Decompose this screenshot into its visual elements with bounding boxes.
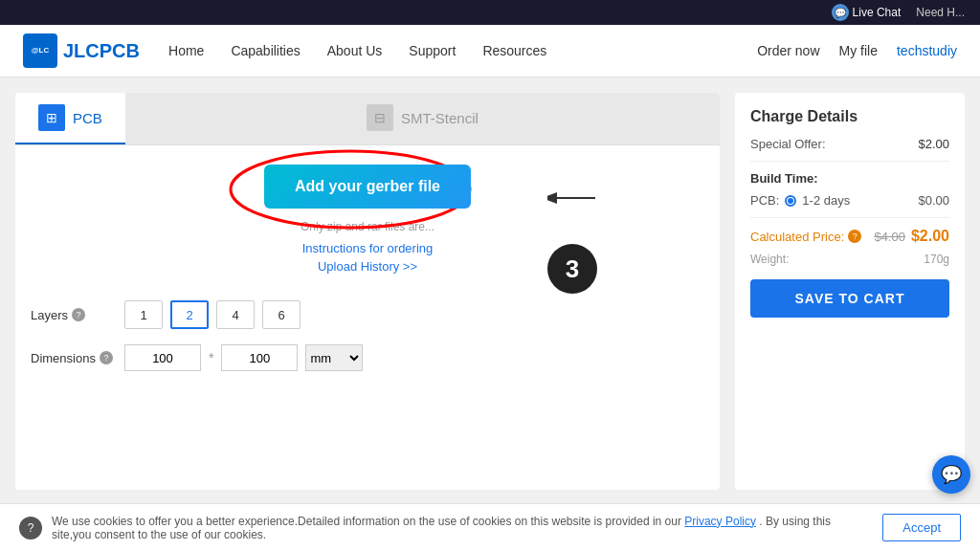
pcb-build-price: $0.00 — [918, 193, 949, 208]
nav-capabilities[interactable]: Capabilities — [231, 39, 300, 62]
layer-btn-2[interactable]: 2 — [170, 300, 209, 329]
step3-indicator: 3 — [547, 184, 605, 294]
tab-pcb[interactable]: ⊞ PCB — [15, 93, 125, 144]
price-new: $2.00 — [911, 228, 949, 245]
upload-area: Add your gerber file Only zip and rar fi… — [15, 145, 720, 293]
cookie-help-icon[interactable]: ? — [19, 517, 42, 540]
radio-dot-inner — [788, 198, 793, 204]
cookie-accept-button[interactable]: Accept — [882, 514, 961, 541]
tab-smt-label: SMT-Stencil — [401, 110, 479, 126]
upload-hint: Only zip and rar files are... — [301, 220, 434, 233]
privacy-policy-link[interactable]: Privacy Policy — [684, 515, 756, 528]
right-panel: Charge Details Special Offer: $2.00 Buil… — [735, 93, 965, 490]
live-chat-link[interactable]: 💬 Live Chat — [832, 4, 902, 21]
cookie-banner: ? We use cookies to offer you a better e… — [0, 503, 980, 551]
dimension-height-input[interactable] — [221, 344, 298, 371]
nav-right: Order now My file techstudiy — [757, 43, 957, 58]
calc-price-label: Calculated Price: ? — [750, 230, 861, 244]
main-content: ⊞ PCB ⊟ SMT-Stencil Add your gerber file — [0, 77, 980, 505]
tab-bar: ⊞ PCB ⊟ SMT-Stencil — [15, 93, 720, 145]
logo[interactable]: @LC JLCPCB — [23, 33, 140, 68]
radio-dot — [785, 195, 796, 207]
tab-pcb-label: PCB — [73, 110, 102, 126]
logo-text: JLCPCB — [63, 40, 140, 62]
live-chat-label: Live Chat — [853, 6, 902, 19]
divider-1 — [750, 161, 949, 162]
navbar: @LC JLCPCB Home Capabilities About Us Su… — [0, 25, 980, 77]
save-to-cart-button[interactable]: SAVE TO CART — [750, 279, 949, 318]
dimensions-help-icon[interactable]: ? — [100, 351, 113, 364]
upload-history-link[interactable]: Upload History >> — [318, 259, 417, 274]
layer-btn-1[interactable]: 1 — [124, 300, 163, 329]
weight-value: 170g — [924, 253, 949, 266]
arrow-icon — [547, 184, 605, 212]
instructions-link[interactable]: Instructions for ordering — [302, 241, 434, 255]
layer-btn-4[interactable]: 4 — [216, 300, 255, 329]
dimensions-label: Dimensions ? — [31, 351, 117, 365]
layer-btn-6[interactable]: 6 — [262, 300, 301, 329]
nav-home[interactable]: Home — [168, 39, 204, 62]
layers-help-icon[interactable]: ? — [72, 308, 85, 321]
nav-resources[interactable]: Resources — [482, 39, 546, 62]
chat-bubble-button[interactable]: 💬 — [932, 455, 970, 494]
username-link[interactable]: techstudiy — [897, 43, 957, 58]
build-time-title: Build Time: — [750, 171, 949, 186]
pcb-build-time: 1-2 days — [802, 193, 850, 208]
logo-icon: @LC — [23, 33, 57, 68]
dimension-separator: * — [209, 350, 213, 365]
weight-label: Weight: — [750, 253, 789, 266]
order-now-link[interactable]: Order now — [757, 43, 819, 58]
price-old: $4.00 — [874, 230, 905, 244]
nav-support[interactable]: Support — [409, 39, 456, 62]
left-panel: ⊞ PCB ⊟ SMT-Stencil Add your gerber file — [15, 93, 720, 490]
special-offer-value: $2.00 — [918, 137, 949, 151]
dimension-unit-select[interactable]: mm inch — [305, 344, 363, 371]
tab-smt[interactable]: ⊟ SMT-Stencil — [125, 93, 720, 144]
add-gerber-button[interactable]: Add your gerber file — [264, 165, 471, 209]
nav-links: Home Capabilities About Us Support Resou… — [168, 39, 757, 62]
dimensions-row: Dimensions ? * mm inch — [15, 337, 720, 379]
pcb-build-label: PCB: — [750, 193, 779, 208]
calc-price-help-icon[interactable]: ? — [848, 230, 861, 243]
special-offer-label: Special Offer: — [750, 137, 826, 151]
dimension-width-input[interactable] — [124, 344, 201, 371]
my-file-link[interactable]: My file — [839, 43, 878, 58]
layers-row: Layers ? 1 2 4 6 — [15, 293, 720, 337]
pcb-build-row: PCB: 1-2 days $0.00 — [750, 193, 949, 208]
special-offer-row: Special Offer: $2.00 — [750, 137, 949, 151]
live-chat-icon: 💬 — [832, 4, 849, 21]
calculated-price-row: Calculated Price: ? $4.00 $2.00 — [750, 228, 949, 245]
price-values: $4.00 $2.00 — [874, 228, 949, 245]
smt-icon: ⊟ — [367, 104, 393, 131]
pcb-icon: ⊞ — [38, 104, 65, 131]
need-help-label[interactable]: Need H... — [916, 6, 965, 19]
step-3-badge: 3 — [547, 244, 597, 294]
layers-label: Layers ? — [31, 308, 117, 322]
weight-row: Weight: 170g — [750, 253, 949, 266]
nav-about[interactable]: About Us — [327, 39, 383, 62]
charge-title: Charge Details — [750, 108, 949, 125]
cookie-text: We use cookies to offer you a better exp… — [52, 515, 882, 541]
top-bar: 💬 Live Chat Need H... — [0, 0, 980, 25]
divider-2 — [750, 217, 949, 218]
